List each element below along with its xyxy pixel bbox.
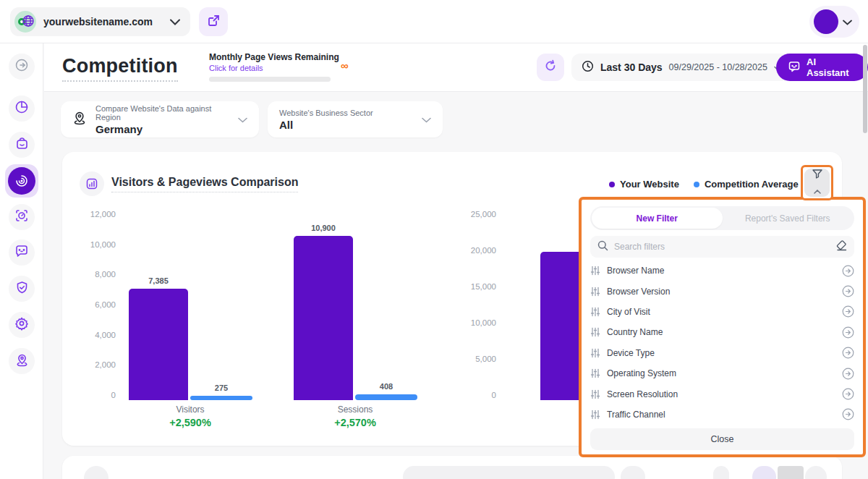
- eraser-icon[interactable]: [836, 240, 847, 254]
- arrow-circle-right-icon[interactable]: [842, 326, 854, 339]
- region-filter-dropdown[interactable]: Compare Website's Data against Region Ge…: [61, 101, 259, 137]
- arrow-circle-right-icon[interactable]: [842, 408, 854, 420]
- focus-scan-icon: [14, 208, 29, 226]
- filter-item-browser-version[interactable]: Browser Version: [590, 281, 854, 301]
- chevron-down-icon: [170, 15, 180, 28]
- filter-item-city-of-visit[interactable]: City of Visit: [590, 302, 854, 322]
- region-filter-label: Compare Website's Data against Region: [95, 104, 229, 122]
- arrow-circle-right-icon[interactable]: [842, 368, 854, 380]
- expand-panel-icon: [14, 58, 29, 75]
- pill-placeholder: [778, 466, 804, 479]
- sidebar: [0, 43, 43, 479]
- sidebar-item-expand-panel[interactable]: [9, 54, 35, 80]
- date-range-picker[interactable]: Last 30 Days 09/29/2025 - 10/28/2025: [571, 54, 791, 81]
- user-menu[interactable]: [809, 6, 859, 38]
- x-axis-label-visitors: Visitors: [118, 404, 263, 415]
- pill-placeholder: [713, 466, 729, 479]
- date-range-value: 09/29/2025 - 10/28/2025: [669, 62, 767, 72]
- bar-competition-average-visitors: [190, 396, 252, 400]
- sliders-icon: [590, 287, 600, 297]
- filter-item-country-name[interactable]: Country Name: [590, 322, 854, 342]
- filter-item-device-type[interactable]: Device Type: [590, 343, 854, 363]
- y-axis-right-tick: 0: [453, 391, 496, 399]
- ai-assistant-label: AI Assistant: [807, 56, 856, 78]
- shield-check-icon: [15, 281, 29, 297]
- competition-radar-icon: [8, 167, 35, 195]
- legend-dot: [609, 182, 615, 187]
- filter-item-label: Traffic Channel: [607, 410, 665, 420]
- y-axis-right-tick: 10,000: [453, 318, 496, 327]
- filter-search-row: [590, 236, 854, 258]
- chevron-down-icon: [843, 15, 852, 28]
- sidebar-item-ecommerce[interactable]: [9, 132, 35, 158]
- bar-your-website-sessions: [294, 236, 353, 400]
- pill-placeholder: [805, 466, 827, 479]
- sliders-icon: [590, 266, 600, 276]
- y-axis-right-tick: 5,000: [453, 355, 496, 363]
- sliders-icon: [590, 307, 600, 317]
- y-axis-left-tick: 2,000: [72, 360, 116, 369]
- sidebar-item-competition[interactable]: [5, 164, 38, 198]
- filter-item-label: Browser Version: [607, 287, 670, 297]
- avatar: [814, 9, 838, 34]
- sector-filter-value: All: [279, 119, 373, 131]
- section-icon-placeholder: [84, 466, 109, 479]
- arrow-circle-right-icon[interactable]: [842, 285, 854, 297]
- y-axis-left-tick: 12,000: [72, 210, 116, 219]
- sliders-icon: [590, 368, 600, 378]
- bar-competition-average-sessions: [355, 394, 417, 401]
- sliders-icon: [590, 410, 600, 420]
- gear-icon: [14, 316, 29, 334]
- sidebar-item-feedback-chat[interactable]: [9, 240, 35, 266]
- next-section-card: [62, 456, 842, 479]
- pill-placeholder: [403, 466, 615, 479]
- legend-item-your-website: Your Website: [609, 179, 679, 190]
- refresh-button[interactable]: [537, 54, 564, 81]
- tab-saved-filters[interactable]: Report's Saved Filters: [723, 208, 854, 229]
- sidebar-item-dashboard[interactable]: [9, 96, 35, 122]
- ai-assistant-button[interactable]: AI Assistant: [776, 54, 868, 81]
- site-logo-icon: [14, 11, 36, 33]
- filter-search-input[interactable]: [614, 242, 830, 252]
- location-pin-icon: [15, 353, 29, 370]
- y-axis-left-tick: 8,000: [72, 270, 116, 279]
- quota-block: Monthly Page Views Remaining Click for d…: [209, 52, 354, 82]
- quota-value: ∞: [341, 59, 349, 72]
- filter-item-label: Operating System: [607, 368, 676, 378]
- filter-item-traffic-channel[interactable]: Traffic Channel: [590, 404, 854, 425]
- sliders-icon: [590, 389, 600, 399]
- close-button[interactable]: Close: [590, 428, 854, 450]
- search-icon: [597, 240, 608, 254]
- filter-list: Browser NameBrowser VersionCity of Visit…: [590, 260, 854, 425]
- quota-label: Monthly Page Views Remaining: [209, 52, 354, 62]
- filter-item-label: Browser Name: [607, 266, 664, 276]
- site-name: yourwebsitename.com: [43, 16, 153, 27]
- sidebar-item-security-shield[interactable]: [9, 276, 35, 302]
- arrow-circle-right-icon[interactable]: [842, 388, 854, 400]
- filter-item-browser-name[interactable]: Browser Name: [590, 260, 854, 281]
- sidebar-item-settings-gear[interactable]: [9, 312, 35, 338]
- sidebar-item-location-pin[interactable]: [9, 348, 35, 374]
- sidebar-item-focus-scan[interactable]: [9, 204, 35, 230]
- ai-chat-icon: [788, 60, 801, 75]
- filter-button[interactable]: [804, 169, 830, 197]
- bar-value-label: 408: [355, 382, 417, 391]
- site-selector[interactable]: yourwebsitename.com: [10, 7, 190, 36]
- arrow-circle-right-icon[interactable]: [842, 265, 854, 277]
- open-website-button[interactable]: [199, 7, 228, 36]
- sliders-icon: [590, 327, 600, 337]
- chevron-down-icon: [238, 113, 247, 126]
- scrollbar-thumb[interactable]: [863, 45, 867, 133]
- pie-chart-icon: [14, 100, 29, 117]
- tab-new-filter[interactable]: New Filter: [592, 208, 723, 229]
- filter-item-label: Screen Resolution: [607, 389, 678, 399]
- filter-item-label: City of Visit: [607, 307, 650, 317]
- sector-filter-dropdown[interactable]: Website's Business Sector All: [268, 101, 443, 137]
- arrow-circle-right-icon[interactable]: [842, 305, 854, 318]
- filter-item-screen-resolution[interactable]: Screen Resolution: [590, 383, 854, 404]
- quota-details-link[interactable]: Click for details: [209, 64, 354, 72]
- filter-panel: New Filter Report's Saved Filters Browse…: [579, 197, 866, 457]
- arrow-circle-right-icon[interactable]: [842, 347, 854, 359]
- filter-item-operating-system[interactable]: Operating System: [590, 363, 854, 383]
- region-filter-value: Germany: [95, 123, 229, 135]
